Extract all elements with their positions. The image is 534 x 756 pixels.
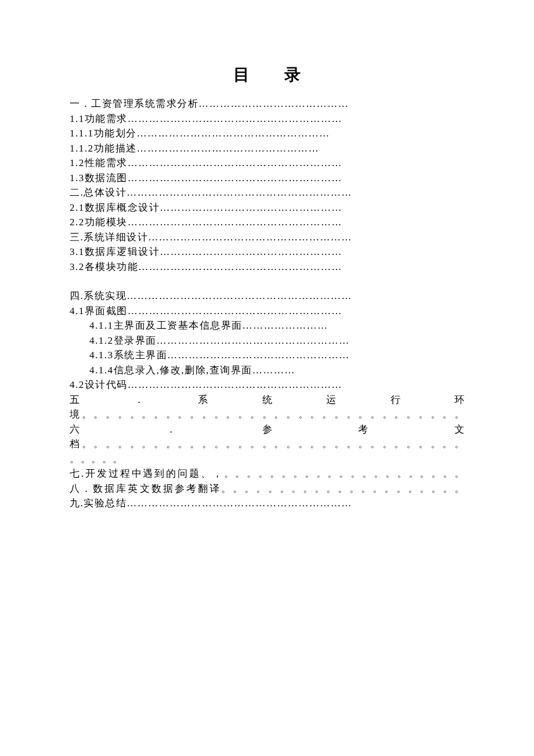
toc-entry-1: 一．工资管理系统需求分析…………………………………… xyxy=(70,96,464,111)
toc-entry-1-1-1: 1.1.1功能划分……………………………………………… xyxy=(70,126,464,141)
toc-entry-3-1: 3.1数据库逻辑设计…………………………………………… xyxy=(70,244,464,260)
toc-entry-1-1: 1.1功能需求…………………………………………………… xyxy=(70,111,464,127)
toc-entry-4-1-2: 4.1.2登录界面……………………………………………… xyxy=(70,333,464,348)
toc-entry-5-line1: 五．系统运行环 xyxy=(70,393,464,408)
toc-entry-4-1: 4.1界面截图…………………………………………………… xyxy=(70,304,464,319)
toc-entry-1-2: 1.2性能需求…………………………………………………… xyxy=(70,156,464,171)
toc-entry-4-1-3: 4.1.3系统主界面…………………………………………… xyxy=(70,348,464,363)
toc-entry-6-line2: 档。。。。。。。。。。。。。。。。。。。。。。。。。。。。。。。。 xyxy=(70,437,464,452)
toc-entry-4-1-4: 4.1.4信息录入,修改,删除,查询界面………… xyxy=(70,363,464,378)
toc-entry-8: 八．数据库英文数据参考翻译。。。。。。。。。。。。。。。。。。。。。 xyxy=(70,481,464,496)
toc-entry-3-2: 3.2各模块功能………………………………………………… xyxy=(70,260,464,275)
page-title: 目录 xyxy=(70,64,464,86)
toc-entry-3: 三.系统详细设计………………………………………………… xyxy=(70,230,464,245)
toc-entry-7: 七.开发过程中遇到的问题、，。。。。。。。。。。。。。。。。。。。。。 xyxy=(70,466,464,481)
toc-entry-5-line2: 境。。。。。。。。。。。。。。。。。。。。。。。。。。。。。。。。 xyxy=(70,407,464,422)
toc-entry-4-2: 4.2设计代码…………………………………………………… xyxy=(70,377,464,393)
toc-entry-9: 九.实验总结……………………………………………………… xyxy=(70,496,464,511)
toc-entry-2-1: 2.1数据库概念设计…………………………………………… xyxy=(70,200,464,215)
toc-entry-1-1-2: 1.1.2功能描述…………………………………………… xyxy=(70,141,464,156)
toc-entry-4-1-1: 4.1.1主界面及工资基本信息界面…………………… xyxy=(70,318,464,333)
toc-entry-6-line3: 。。。。。 xyxy=(70,452,464,467)
toc-entry-6-line1: 六．参考文 xyxy=(70,422,464,437)
toc-entry-1-3: 1.3数据流图…………………………………………………… xyxy=(70,171,464,186)
toc-entry-2-2: 2.2功能模块…………………………………………………… xyxy=(70,215,464,230)
toc-entry-4: 四.系统实现……………………………………………………… xyxy=(70,289,464,304)
toc-entry-2: 二.总体设计……………………………………………………… xyxy=(70,185,464,200)
